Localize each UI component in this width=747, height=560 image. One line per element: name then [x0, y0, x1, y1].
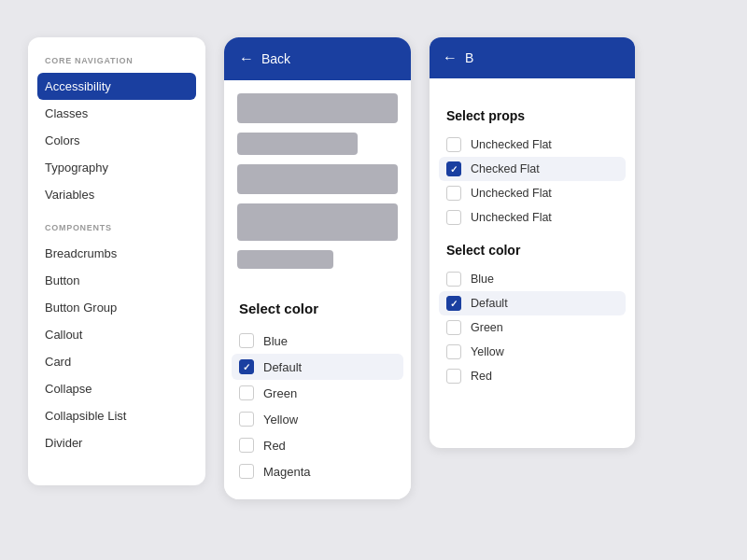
content-block-3 [237, 164, 398, 194]
color-prop-label-yellow: Yellow [471, 345, 504, 358]
checkbox-color-green[interactable] [446, 320, 461, 335]
props-label-1: Unchecked Flat [471, 138, 552, 151]
color-label-magenta: Magenta [263, 465, 311, 479]
checkbox-props-1[interactable] [446, 137, 461, 152]
color-option-magenta[interactable]: Magenta [239, 458, 396, 484]
components-nav-label: COMPONENTS [28, 223, 205, 240]
nav-item-typography[interactable]: Typography [28, 154, 205, 181]
nav-item-variables[interactable]: Variables [28, 181, 205, 208]
nav-item-breadcrumbs[interactable]: Breadcrumbs [28, 240, 205, 267]
checkbox-color-red[interactable] [446, 369, 461, 384]
props-header: ← B [430, 37, 635, 78]
nav-item-callout[interactable]: Callout [28, 321, 205, 348]
color-label-default: Default [263, 360, 302, 374]
color-prop-green[interactable]: Green [446, 315, 618, 340]
checkbox-yellow[interactable] [239, 412, 254, 427]
content-block-1 [237, 93, 398, 123]
mobile-content-area [224, 80, 411, 282]
props-back-arrow-icon[interactable]: ← [443, 49, 458, 66]
color-label-blue: Blue [263, 334, 288, 348]
select-color-props-title: Select color [446, 243, 618, 258]
color-prop-blue[interactable]: Blue [446, 267, 618, 291]
props-option-checked-flat[interactable]: Checked Flat [439, 157, 626, 181]
checkbox-props-4[interactable] [446, 210, 461, 225]
checkbox-color-yellow[interactable] [446, 344, 461, 359]
checkbox-color-blue[interactable] [446, 272, 461, 287]
checkbox-blue[interactable] [239, 333, 254, 348]
color-option-red[interactable]: Red [239, 432, 396, 458]
content-block-5 [237, 250, 333, 269]
content-block-4 [237, 203, 398, 241]
mobile-select-panel: Select color Blue Default Green Yellow R… [224, 286, 411, 499]
checkbox-magenta[interactable] [239, 464, 254, 479]
color-option-green[interactable]: Green [239, 380, 396, 406]
color-label-green: Green [263, 386, 297, 400]
color-prop-label-default: Default [471, 297, 508, 310]
nav-item-button[interactable]: Button [28, 267, 205, 294]
props-content: Select props Unchecked Flat Checked Flat… [446, 95, 618, 388]
nav-item-divider[interactable]: Divider [28, 429, 205, 456]
color-option-default[interactable]: Default [232, 354, 403, 380]
checkbox-props-3[interactable] [446, 186, 461, 201]
props-option-unchecked-flat-1[interactable]: Unchecked Flat [446, 133, 618, 157]
nav-item-card[interactable]: Card [28, 348, 205, 375]
props-label-4: Unchecked Flat [471, 211, 552, 224]
props-label-2: Checked Flat [471, 162, 540, 175]
props-header-label: B [465, 50, 473, 65]
mobile-panel: ← Back Select color Blue Default Green [224, 37, 411, 499]
back-arrow-icon[interactable]: ← [239, 50, 254, 67]
nav-item-colors[interactable]: Colors [28, 127, 205, 154]
nav-item-accessibility[interactable]: Accessibility [37, 73, 196, 100]
core-nav-label: CORE NAVIGATION [28, 56, 205, 73]
color-prop-label-red: Red [471, 370, 492, 383]
color-option-blue[interactable]: Blue [239, 328, 396, 354]
checkbox-green[interactable] [239, 385, 254, 400]
color-prop-red[interactable]: Red [446, 364, 618, 388]
back-label: Back [261, 51, 290, 66]
color-prop-yellow[interactable]: Yellow [446, 340, 618, 364]
props-option-unchecked-flat-3[interactable]: Unchecked Flat [446, 205, 618, 230]
navigation-panel: CORE NAVIGATION Accessibility Classes Co… [28, 37, 205, 485]
checkbox-default[interactable] [239, 359, 254, 374]
color-prop-default[interactable]: Default [439, 291, 626, 315]
checkbox-props-2[interactable] [446, 161, 461, 176]
color-prop-label-green: Green [471, 321, 503, 334]
props-option-unchecked-flat-2[interactable]: Unchecked Flat [446, 181, 618, 205]
color-prop-label-blue: Blue [471, 273, 494, 286]
props-label-3: Unchecked Flat [471, 187, 552, 200]
color-option-yellow[interactable]: Yellow [239, 406, 396, 432]
nav-item-button-group[interactable]: Button Group [28, 294, 205, 321]
props-panel: ← B Select props Unchecked Flat Checked … [430, 37, 635, 448]
select-props-title: Select props [446, 108, 618, 123]
mobile-header: ← Back [224, 37, 411, 80]
nav-item-classes[interactable]: Classes [28, 100, 205, 127]
checkbox-red[interactable] [239, 438, 254, 453]
select-color-title: Select color [239, 301, 396, 316]
content-block-2 [237, 133, 358, 155]
checkbox-color-default[interactable] [446, 296, 461, 311]
color-label-yellow: Yellow [263, 413, 298, 427]
color-label-red: Red [263, 439, 286, 453]
nav-item-collapse[interactable]: Collapse [28, 375, 205, 402]
nav-item-collapsible-list[interactable]: Collapsible List [28, 402, 205, 429]
